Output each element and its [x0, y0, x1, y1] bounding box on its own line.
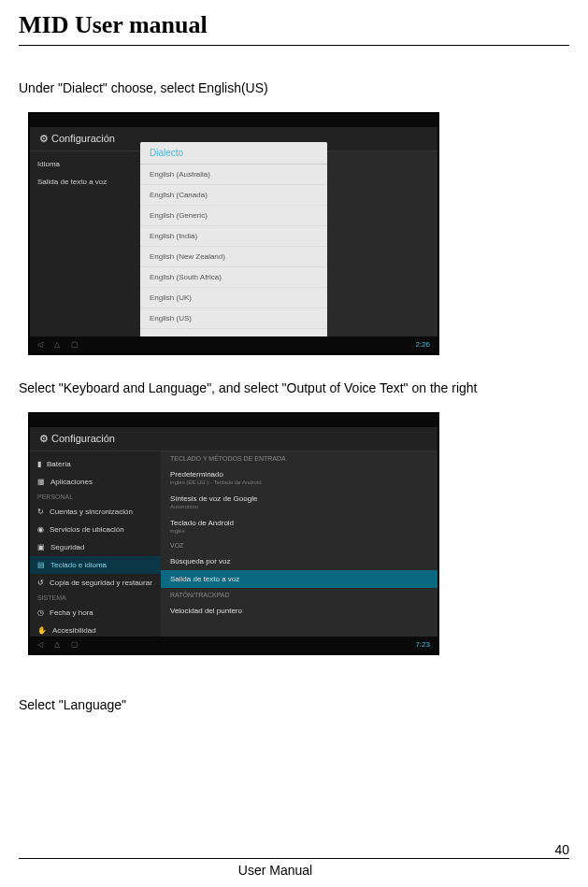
sidebar-item-security[interactable]: ▣ Seguridad — [30, 538, 161, 556]
section-keyboard-input: TECLADO Y MÉTODOS DE ENTRADA — [161, 451, 437, 465]
gear-icon: ⚙ — [39, 433, 49, 444]
back-icon[interactable]: ◁ — [37, 340, 43, 349]
section-voice: VOZ — [161, 538, 437, 552]
page-number: 40 — [19, 842, 569, 857]
page-footer: 40 User Manual — [19, 842, 569, 878]
sidebar-label: Seguridad — [50, 543, 84, 551]
dialog-option[interactable]: English (Australia) — [140, 165, 327, 185]
instruction-2: Select "Keyboard and Language", and sele… — [19, 374, 569, 403]
item-sublabel: inglés (EE.UU.) - Teclado de Android — [170, 479, 428, 485]
sidebar-label: Batería — [47, 460, 71, 468]
sidebar-section-personal: PERSONAL — [30, 491, 161, 503]
home-icon[interactable]: △ — [54, 640, 60, 649]
item-google-voice[interactable]: Síntesis de voz de Google Automático — [161, 490, 437, 514]
sidebar-label: Teclado e idioma — [50, 561, 107, 569]
dialog-title: Dialecto — [140, 142, 327, 165]
footer-text: User Manual — [19, 863, 569, 878]
sync-icon: ↻ — [37, 508, 44, 516]
dialog-option[interactable]: English (India) — [140, 226, 327, 247]
accessibility-icon: ✋ — [37, 626, 47, 635]
item-sublabel: inglés — [170, 528, 428, 534]
screenshot-keyboard-language: ⚙ Configuración ▮ Batería ▦ Aplicaciones… — [28, 412, 439, 655]
sidebar-label: Copia de seguridad y restaurar — [50, 579, 152, 587]
item-label: Síntesis de voz de Google — [170, 494, 257, 503]
sidebar-item-backup[interactable]: ↺ Copia de seguridad y restaurar — [30, 574, 161, 592]
sidebar: ▮ Batería ▦ Aplicaciones PERSONAL ↻ Cuen… — [30, 451, 161, 637]
header-title: Configuración — [51, 133, 115, 144]
item-label: Teclado de Android — [170, 519, 234, 527]
back-icon[interactable]: ◁ — [37, 640, 43, 649]
nav-icons: ◁ △ ▢ — [37, 340, 79, 349]
main-panel: TECLADO Y MÉTODOS DE ENTRADA Predetermin… — [161, 451, 437, 637]
lock-icon: ▣ — [37, 543, 45, 551]
sidebar-label: Idioma — [37, 160, 60, 168]
nav-bar: ◁ △ ▢ 2:26 — [30, 336, 437, 353]
nav-icons: ◁ △ ▢ — [37, 640, 79, 649]
battery-icon: ▮ — [37, 460, 41, 468]
item-label: Velocidad del puntero — [170, 607, 242, 615]
dialog-option[interactable]: English (New Zealand) — [140, 247, 327, 267]
sidebar-item-battery[interactable]: ▮ Batería — [30, 455, 161, 473]
gear-icon: ⚙ — [39, 133, 49, 144]
sidebar-item-apps[interactable]: ▦ Aplicaciones — [30, 473, 161, 491]
item-voice-search[interactable]: Búsqueda por voz — [161, 552, 437, 570]
sidebar-item-datetime[interactable]: ◷ Fecha y hora — [30, 604, 161, 622]
sidebar-item-keyboard[interactable]: ▤ Teclado e idioma — [30, 556, 161, 574]
apps-icon: ▦ — [37, 478, 45, 486]
item-label: Predeterminado — [170, 470, 223, 479]
item-tts-output[interactable]: Salida de texto a voz — [161, 570, 437, 588]
location-icon: ◉ — [37, 525, 44, 534]
nav-bar: ◁ △ ▢ 7:23 — [30, 637, 437, 653]
item-pointer-speed[interactable]: Velocidad del puntero — [161, 602, 437, 620]
sidebar-label: Salida de texto a voz — [37, 178, 107, 186]
item-sublabel: Automático — [170, 504, 428, 509]
sidebar-item-accounts[interactable]: ↻ Cuentas y sincronización — [30, 503, 161, 521]
sidebar-label: Fecha y hora — [50, 608, 93, 617]
screenshot-dialect: ⚙ Configuración Idioma Salida de texto a… — [28, 112, 439, 355]
item-label: Salida de texto a voz — [170, 575, 239, 583]
dialect-dialog: Dialecto English (Australia) English (Ca… — [140, 142, 327, 349]
recents-icon[interactable]: ▢ — [71, 340, 79, 349]
keyboard-icon: ▤ — [37, 561, 45, 569]
home-icon[interactable]: △ — [54, 340, 60, 349]
dialog-option[interactable]: English (Canada) — [140, 185, 327, 206]
instruction-3: Select "Language" — [19, 691, 569, 720]
dialog-option[interactable]: English (Generic) — [140, 206, 327, 226]
sidebar-label: Accesibilidad — [52, 626, 96, 635]
status-bar — [30, 114, 437, 127]
status-bar — [30, 414, 437, 427]
dialog-option[interactable]: English (US) — [140, 308, 327, 329]
instruction-1: Under "Dialect" choose, select English(U… — [19, 74, 569, 103]
page-title: MID User manual — [19, 11, 569, 39]
clock: 7:23 — [415, 640, 430, 649]
sidebar-item-location[interactable]: ◉ Servicios de ubicación — [30, 521, 161, 538]
item-label: Búsqueda por voz — [170, 557, 231, 565]
item-default[interactable]: Predeterminado inglés (EE.UU.) - Teclado… — [161, 465, 437, 490]
clock: 2:26 — [415, 340, 430, 349]
footer-rule — [19, 858, 569, 859]
backup-icon: ↺ — [37, 579, 44, 587]
item-android-keyboard[interactable]: Teclado de Android inglés — [161, 514, 437, 538]
sidebar-label: Servicios de ubicación — [50, 525, 124, 534]
dialog-option[interactable]: English (UK) — [140, 288, 327, 308]
sidebar-label: Cuentas y sincronización — [50, 508, 133, 516]
recents-icon[interactable]: ▢ — [71, 640, 79, 649]
dialog-option[interactable]: English (South Africa) — [140, 267, 327, 288]
section-mouse: RATÓN/TRACKPAD — [161, 588, 437, 602]
app-header: ⚙ Configuración — [30, 427, 437, 451]
sidebar-label: Aplicaciones — [50, 478, 93, 486]
header-title: Configuración — [51, 433, 115, 444]
clock-icon: ◷ — [37, 608, 44, 617]
sidebar-section-system: SISTEMA — [30, 592, 161, 604]
title-rule — [19, 45, 569, 46]
